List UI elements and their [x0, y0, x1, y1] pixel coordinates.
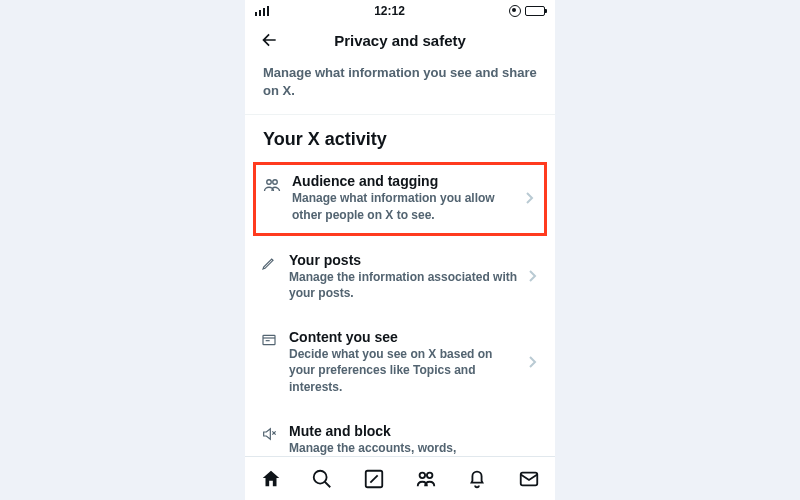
mail-icon — [518, 468, 540, 490]
back-button[interactable] — [255, 26, 283, 54]
nav-communities[interactable] — [406, 459, 446, 499]
nav-search[interactable] — [302, 459, 342, 499]
svg-line-10 — [370, 475, 377, 482]
battery-icon — [525, 6, 545, 16]
row-desc: Manage the information associated with y… — [289, 269, 519, 301]
row-title: Audience and tagging — [292, 173, 516, 189]
nav-compose[interactable] — [354, 459, 394, 499]
header: Privacy and safety — [245, 22, 555, 60]
people-icon — [262, 176, 282, 194]
nav-notifications[interactable] — [457, 459, 497, 499]
row-title: Mute and block — [289, 423, 541, 439]
page-title: Privacy and safety — [245, 32, 555, 49]
nav-messages[interactable] — [509, 459, 549, 499]
settings-row-content[interactable]: Content you see Decide what you see on X… — [245, 319, 555, 409]
chevron-right-icon — [529, 270, 541, 282]
chevron-right-icon — [529, 356, 541, 368]
mute-icon — [259, 426, 279, 442]
svg-point-11 — [419, 472, 425, 478]
section-title: Your X activity — [245, 115, 555, 160]
communities-icon — [415, 468, 437, 490]
status-bar: 12:12 — [245, 0, 555, 22]
svg-point-12 — [427, 472, 433, 478]
home-icon — [260, 468, 282, 490]
svg-line-8 — [325, 481, 331, 487]
orientation-lock-icon — [509, 5, 521, 17]
content-scroll[interactable]: Your X activity Audience and tagging Man… — [245, 115, 555, 456]
settings-row-posts[interactable]: Your posts Manage the information associ… — [245, 242, 555, 315]
nav-home[interactable] — [251, 459, 291, 499]
svg-point-1 — [273, 180, 278, 185]
settings-row-audience[interactable]: Audience and tagging Manage what informa… — [253, 162, 547, 235]
page-subtitle: Manage what information you see and shar… — [245, 60, 555, 115]
chevron-right-icon — [526, 192, 538, 204]
svg-rect-2 — [263, 335, 275, 344]
row-desc: Manage what information you allow other … — [292, 190, 516, 222]
status-time: 12:12 — [374, 4, 405, 18]
row-desc: Manage the accounts, words, — [289, 440, 541, 456]
svg-point-0 — [267, 180, 272, 185]
row-desc: Decide what you see on X based on your p… — [289, 346, 519, 395]
bell-icon — [466, 468, 488, 490]
signal-icon — [255, 6, 270, 16]
pencil-icon — [259, 255, 279, 271]
bottom-nav — [245, 456, 555, 500]
row-title: Content you see — [289, 329, 519, 345]
compose-icon — [363, 468, 385, 490]
newspaper-icon — [259, 332, 279, 348]
settings-row-mute[interactable]: Mute and block Manage the accounts, word… — [245, 413, 555, 456]
arrow-left-icon — [259, 30, 279, 50]
svg-point-7 — [314, 470, 327, 483]
phone-frame: 12:12 Privacy and safety Manage what inf… — [245, 0, 555, 500]
search-icon — [311, 468, 333, 490]
row-title: Your posts — [289, 252, 519, 268]
